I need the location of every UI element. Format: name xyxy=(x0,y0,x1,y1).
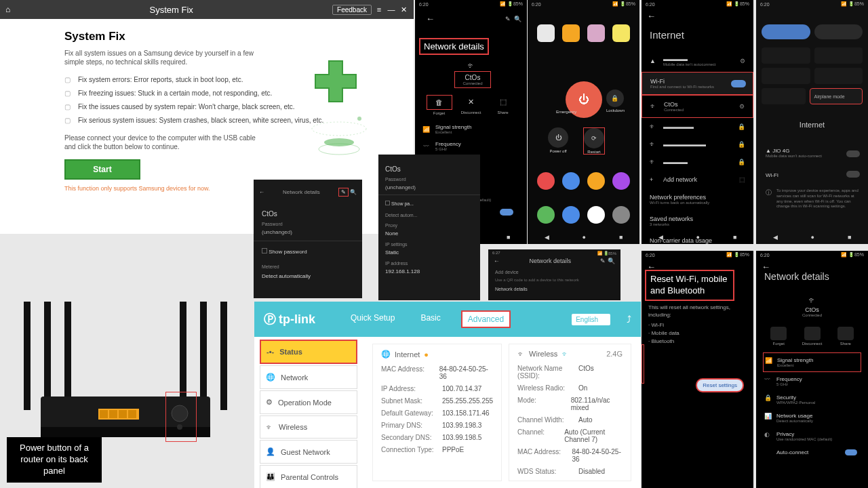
tab-advanced[interactable]: Advanced xyxy=(461,310,511,328)
parental-icon: 👪 xyxy=(266,472,275,481)
share-button[interactable]: Share xyxy=(837,327,854,346)
wifi-toggle[interactable] xyxy=(731,80,746,87)
qs-item[interactable] xyxy=(814,68,863,84)
svg-rect-14 xyxy=(109,410,117,418)
reset-title-highlight: Reset Wi-Fi, mobile and Bluetooth xyxy=(645,270,734,301)
qs-item[interactable] xyxy=(762,68,810,84)
play-icon[interactable] xyxy=(587,206,605,224)
tplink-admin: Ⓟtp-link Quick Setup Basic Advanced Engl… xyxy=(254,302,641,488)
wifi-toggle[interactable] xyxy=(846,171,860,178)
signal-icon: ▲ xyxy=(766,148,772,154)
logout-icon[interactable]: ⤴ xyxy=(627,314,631,325)
guest-icon: 👤 xyxy=(266,447,275,456)
back-button[interactable]: ← xyxy=(420,11,440,26)
messages-icon[interactable] xyxy=(562,206,580,224)
app-icon[interactable] xyxy=(537,172,555,190)
feature-text: Fix system errors: Error reports, stuck … xyxy=(78,76,243,83)
wireless-panel: ᯤWirelessᯤ2.4G Network Name (SSID):CtOs … xyxy=(509,344,631,481)
poweroff-button[interactable]: ⏻ xyxy=(548,127,568,148)
back-button[interactable]: ← xyxy=(259,189,264,195)
phone-power-menu: 6:20📶 🔋85% ⏻ 🔒 Lockdown Emergency ⏻ Powe… xyxy=(528,0,639,244)
start-button[interactable]: Start xyxy=(64,159,140,180)
camera-icon[interactable] xyxy=(612,206,630,224)
app-icon[interactable] xyxy=(612,24,630,42)
restart-button[interactable]: ⟳ xyxy=(584,128,604,148)
search-icon[interactable]: 🔍 xyxy=(608,258,615,264)
description: Fix all system issues on a Samsung devic… xyxy=(64,49,268,66)
wifi-icon: ᯤ xyxy=(517,350,525,358)
app-icon[interactable] xyxy=(587,172,605,190)
qs-tile[interactable] xyxy=(814,24,863,39)
minimize-button[interactable]: — xyxy=(387,5,396,14)
autoconnect-toggle[interactable] xyxy=(500,209,513,216)
app-icon[interactable] xyxy=(587,24,605,42)
feature-text: Fix serious system issues: System crashe… xyxy=(78,117,323,124)
internet-panel: 🌐Internet● MAC Address:84-80-24-50-25-36… xyxy=(372,344,502,481)
feature-text: Fix freezing issues: Stuck in a certain … xyxy=(78,89,272,97)
menu-icon[interactable]: ≡ xyxy=(374,5,384,14)
ssid-settings[interactable]: ⚙ xyxy=(739,103,745,110)
mode-icon: ⚙ xyxy=(266,398,273,407)
add-network[interactable]: +Add network⬚ xyxy=(642,171,753,188)
qs-item[interactable] xyxy=(762,47,810,64)
network-icon: 🌐 xyxy=(266,373,275,382)
app-icon[interactable] xyxy=(562,24,580,42)
sidebar-operation-mode[interactable]: ⚙Operation Mode xyxy=(260,390,357,414)
app-icon[interactable] xyxy=(612,172,630,190)
edit-icon[interactable]: ✎ xyxy=(505,16,511,22)
tab-basic[interactable]: Basic xyxy=(415,310,446,328)
forget-button[interactable]: 🗑Forget xyxy=(427,95,452,115)
svg-point-1 xyxy=(324,138,354,146)
back-button[interactable]: ← xyxy=(642,8,753,24)
phone-quick-settings: 6:20📶 🔋85% Airplane mode Internet ▲ JIO … xyxy=(756,0,868,244)
phone-network-details-2: 6:20📶 🔋85% ← Network details ᯤ CtOsConne… xyxy=(756,251,868,488)
sidebar-parental-controls[interactable]: 👪Parental Controls xyxy=(260,465,357,488)
feature-text: Fix the issues caused by system repair: … xyxy=(78,103,295,110)
share-button[interactable]: ⬚Share xyxy=(490,95,516,115)
edit-network-popup-1: ←Network details✎ 🔍 CtOs Password (uncha… xyxy=(254,180,362,298)
carrier-settings[interactable]: ⚙ xyxy=(740,58,745,64)
feature-icon: ▢ xyxy=(64,89,73,97)
app-icon[interactable] xyxy=(562,172,580,190)
phone-icon[interactable] xyxy=(537,206,555,224)
tab-quick-setup[interactable]: Quick Setup xyxy=(345,310,400,328)
nav-recent[interactable]: ■ xyxy=(507,234,510,241)
autoconnect-toggle[interactable] xyxy=(845,449,857,455)
qs-item[interactable] xyxy=(814,47,863,64)
wifi-section[interactable]: Wi-FiFind and connect to Wi-Fi networks xyxy=(642,72,753,95)
edit-icon[interactable]: ✎ xyxy=(600,258,606,264)
close-button[interactable]: ✕ xyxy=(399,5,408,14)
app-icon[interactable] xyxy=(537,24,555,42)
edit-icon-highlight[interactable]: ✎ xyxy=(338,188,349,197)
ssid-row[interactable]: ᯤCtOsConnected⚙ xyxy=(642,95,753,118)
airplane-mode-highlight[interactable]: Airplane mode xyxy=(810,88,863,104)
internet-sheet-title: Internet xyxy=(756,121,868,129)
language-select[interactable]: English xyxy=(572,314,610,325)
mobile-data-toggle[interactable] xyxy=(846,150,860,157)
feedback-button[interactable]: Feedback xyxy=(332,5,372,15)
titlebar: ⌂ System Fix Feedback ≡ — ✕ xyxy=(0,0,414,19)
forget-button[interactable]: Forget xyxy=(770,327,787,346)
signal-strength-highlight: 📶Signal strengthExcellent xyxy=(763,352,861,372)
lockdown-button[interactable]: 🔒 xyxy=(606,89,624,107)
qs-item[interactable] xyxy=(762,88,806,104)
svg-rect-15 xyxy=(119,410,127,418)
sidebar-status[interactable]: -•-Status xyxy=(260,340,357,364)
disconnect-button[interactable]: ✕Disconnect xyxy=(458,95,484,115)
wifi-icon: ᯤ xyxy=(415,61,527,70)
search-icon[interactable]: 🔍 xyxy=(514,16,521,22)
title-highlight: Network details xyxy=(419,38,489,55)
plus-illustration xyxy=(292,41,387,163)
sidebar-wireless[interactable]: ᯤWireless xyxy=(260,415,357,439)
qs-tile[interactable] xyxy=(762,24,810,39)
router-caption: Power button of a router on its back pan… xyxy=(7,437,102,483)
home-icon[interactable]: ⌂ xyxy=(5,5,10,14)
sidebar-guest-network[interactable]: 👤Guest Network xyxy=(260,440,357,464)
sidebar-network[interactable]: 🌐Network xyxy=(260,365,357,389)
tplink-logo: Ⓟtp-link xyxy=(264,311,315,327)
back-button[interactable]: ← xyxy=(494,258,500,264)
feature-icon: ▢ xyxy=(64,103,73,110)
disconnect-button[interactable]: Disconnect xyxy=(802,327,823,346)
reset-settings-button[interactable]: Reset settings xyxy=(696,378,744,392)
power-button-highlight xyxy=(165,392,197,442)
